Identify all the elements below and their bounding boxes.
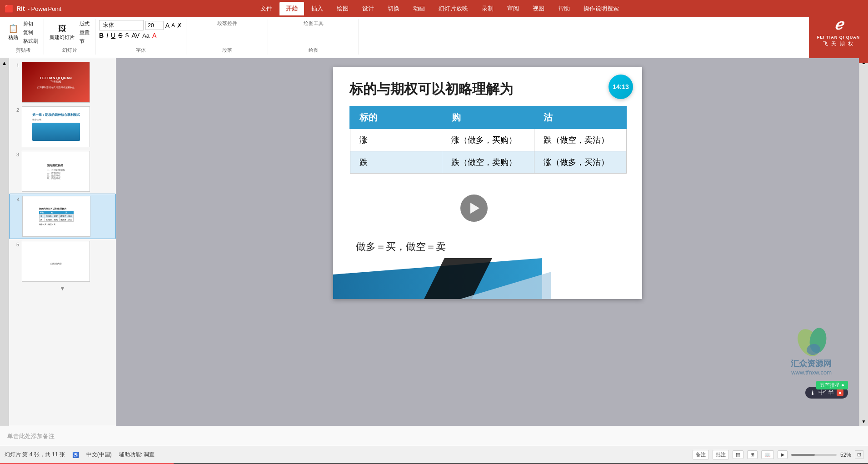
section-btn[interactable]: 节 [78,37,91,45]
slide-thumb-5: 幻灯片内容 [22,241,90,282]
clipboard-label: 剪贴板 [16,47,31,54]
reset-btn[interactable]: 重置 [78,29,91,36]
five-star-widget[interactable]: 五芒排星 ● [816,381,848,389]
layout-btn[interactable]: 版式 [78,20,91,28]
thumb4-r2c2: 跌(做空，卖购) [45,218,59,222]
fit-window-btn[interactable]: ⊡ [855,450,863,459]
reading-view-btn[interactable]: 📖 [761,450,774,459]
zoom-slider[interactable] [791,454,837,456]
right-scroll-down[interactable]: ▼ [862,419,866,424]
slide-item-2[interactable]: 2 第一章：期权的四种核心获利模式 教学大纲 [9,105,116,149]
bold-btn[interactable]: B [99,32,104,39]
clear-format-btn[interactable]: ✗ [177,22,182,29]
slide-item-1[interactable]: 1 FEI TIAN QI QUAN 飞天期权 打开获利思维方式 获取期权超额收… [9,60,116,105]
slide-thumb-1: FEI TIAN QI QUAN 飞天期权 打开获利思维方式 获取期权超额收益 [22,62,90,103]
timer-bubble: 14:13 [609,75,633,99]
tab-draw[interactable]: 绘图 [330,2,355,15]
font-size-selector[interactable]: 20 [145,21,163,30]
watermark-icon [795,324,832,356]
format-painter-btn[interactable]: 格式刷 [21,37,40,45]
slide-item-3[interactable]: 3 国内期权种类 一、台湾ETF期权 二、股指期权 三、股票期权 四、商品期权 [9,149,116,194]
cut-btn[interactable]: 剪切 [21,20,40,28]
slide-footer: 做多＝买，做空＝卖 [356,240,446,254]
thumb2-sub: 教学大纲 [32,118,80,121]
logo-cn: 飞 天 期 权 [823,40,853,47]
scroll-down-icon[interactable]: ▼ [60,285,65,292]
tab-design[interactable]: 设计 [356,2,380,15]
char-spacing-btn[interactable]: AV [132,32,140,39]
slide-editor: 标的与期权可以初略理解为 标的 购 沽 涨 涨（做多，买购） 跌（做空，卖沽） [116,58,859,426]
thumb3-title: 国内期权种类 [47,164,65,168]
notes-area[interactable]: 单击此处添加备注 [0,426,868,446]
table-r2c1: 跌 [350,151,442,174]
drawing-controls: 绘图工具 [304,20,324,27]
slide-sorter-btn[interactable]: ⊞ [747,450,758,459]
font-size-decrease-btn[interactable]: A [171,22,175,29]
drawing-label: 绘图 [309,47,319,54]
title-bar-tabs: 文件 开始 插入 绘图 设计 切换 动画 幻灯片放映 录制 审阅 视图 帮助 操… [254,2,632,15]
thumb4-th2: 购 [45,211,59,215]
thumb4-r1c2: 涨(做多，买购) [45,215,59,218]
tab-help[interactable]: 帮助 [552,2,576,15]
copy-btn[interactable]: 复制 [21,29,40,36]
font-label: 字体 [136,47,146,54]
table-r2c3: 涨（做多，买沽） [534,151,626,174]
title-file: Rit [16,5,25,12]
scroll-up-arrow[interactable]: ▲ [0,58,9,426]
paragraph-label: 段落 [222,47,232,54]
tab-home[interactable]: 开始 [279,2,304,15]
language-display: 中文(中国) [86,451,112,459]
table-header-1: 购 [442,106,534,129]
table-header-0: 标的 [350,106,442,129]
slide-table: 标的 购 沽 涨 涨（做多，买购） 跌（做空，卖沽） 跌 跌（做空，卖购） 涨（… [349,106,627,174]
font-size-increase-btn[interactable]: A [165,22,170,29]
thumb4-th1: 标的 [39,211,45,215]
watermark: 汇众资源网 www.tfnxw.com [791,324,832,376]
paste-btn[interactable]: 📋 粘贴 [6,23,20,42]
italic-btn[interactable]: I [106,32,108,39]
tab-record[interactable]: 录制 [475,2,500,15]
tab-slideshow[interactable]: 幻灯片放映 [432,2,474,15]
notes-btn[interactable]: 备注 [693,450,709,459]
tab-animation[interactable]: 动画 [407,2,431,15]
slide-num-3: 3 [12,152,19,157]
thumb5-content: 幻灯片内容 [48,259,65,268]
scroll-up-icon[interactable]: ▲ [2,60,7,66]
tab-insert[interactable]: 插入 [305,2,329,15]
slide-item-4[interactable]: 4 标的与期权可以初略理解为 标的 购 沽 涨 涨(做多，买购) 跌(做空，卖沽 [9,194,116,239]
tab-search[interactable]: 操作说明搜索 [577,2,632,15]
normal-view-btn[interactable]: ▤ [733,450,743,459]
slide-thumb-3: 国内期权种类 一、台湾ETF期权 二、股指期权 三、股票期权 四、商品期权 [22,151,90,192]
font-name-selector[interactable]: 宋体 [99,20,144,30]
status-bar: 幻灯片 第 4 张，共 11 张 ♿ 中文(中国) 辅助功能: 调查 备注 批注… [0,446,868,463]
strikethrough-btn[interactable]: S [118,32,122,39]
thumb3-item1: 一、台湾ETF期权 [47,169,65,171]
thumb1-subtitle: 飞天期权 [37,80,74,84]
thumb4-footer: 做多＝买，做空＝卖 [39,223,74,225]
shadow-btn[interactable]: S [125,32,129,39]
tab-file[interactable]: 文件 [254,2,279,15]
slide-item-5[interactable]: 5 幻灯片内容 [9,239,116,284]
thumb2-deco [32,123,80,141]
font-color-btn[interactable]: A [152,32,156,39]
accessibility-icon: ♿ [72,452,79,458]
tab-switch[interactable]: 切换 [381,2,406,15]
weather-display: 中° 半 [818,389,834,397]
slide-thumb-4: 标的与期权可以初略理解为 标的 购 沽 涨 涨(做多，买购) 跌(做空，卖沽) [22,196,90,237]
thumb4-th3: 沽 [59,211,74,215]
comments-btn[interactable]: 批注 [713,450,729,459]
video-play-btn[interactable] [460,195,488,222]
slideshow-btn[interactable]: ▶ [778,450,788,459]
tab-review[interactable]: 审阅 [501,2,525,15]
new-slide-btn[interactable]: 🖼 新建幻灯片 [48,23,76,42]
thumb4-title: 标的与期权可以初略理解为 [39,207,74,210]
slide-num-5: 5 [12,242,19,247]
logo-en: FEI TIAN QI QUAN [817,35,860,40]
font-case-btn[interactable]: Aa [142,32,150,39]
underline-btn[interactable]: U [111,32,115,39]
slide-info: 幻灯片 第 4 张，共 11 张 [5,451,65,459]
tab-view[interactable]: 视图 [526,2,551,15]
slide-canvas: 标的与期权可以初略理解为 标的 购 沽 涨 涨（做多，买购） 跌（做空，卖沽） [333,67,642,299]
main-area: ▲ 1 FEI TIAN QI QUAN 飞天期权 打开获利思维方式 获取期权超… [0,58,868,426]
thumb3-item4: 四、商品期权 [47,177,65,180]
